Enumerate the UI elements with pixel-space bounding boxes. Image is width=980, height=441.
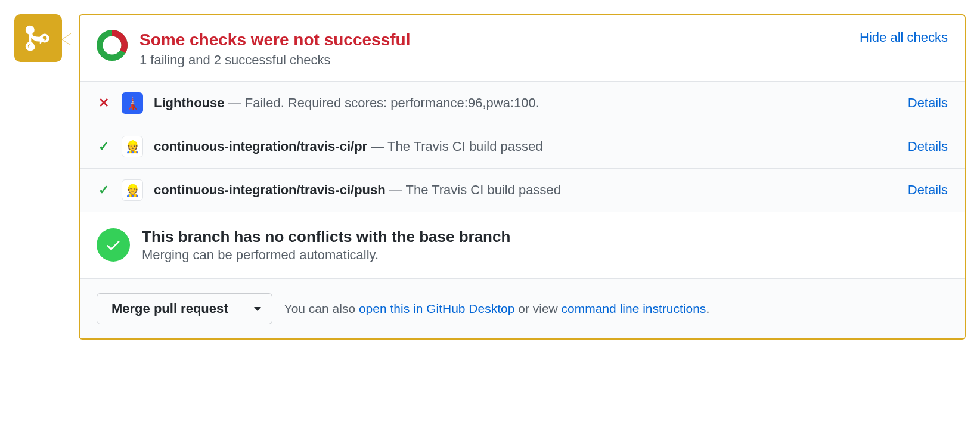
caret-down-icon xyxy=(254,307,261,311)
merge-footer: Merge pull request You can also open thi… xyxy=(80,278,965,338)
details-link[interactable]: Details xyxy=(908,139,948,154)
check-text: continuous-integration/travis-ci/push — … xyxy=(154,182,897,198)
svg-point-2 xyxy=(42,35,48,42)
conflict-text: This branch has no conflicts with the ba… xyxy=(142,228,510,263)
check-item: ✓👷continuous-integration/travis-ci/push … xyxy=(80,168,965,212)
conflict-section: This branch has no conflicts with the ba… xyxy=(80,212,965,278)
check-text: continuous-integration/travis-ci/pr — Th… xyxy=(154,139,897,154)
check-item: ✓👷continuous-integration/travis-ci/pr — … xyxy=(80,125,965,168)
check-icon: ✓ xyxy=(97,182,111,198)
merge-badge xyxy=(14,14,62,62)
details-link[interactable]: Details xyxy=(908,95,948,111)
conflict-title: This branch has no conflicts with the ba… xyxy=(142,228,510,246)
status-subtitle: 1 failing and 2 successful checks xyxy=(139,52,848,68)
merge-button-group: Merge pull request xyxy=(97,293,272,324)
merge-status-container: Some checks were not successful 1 failin… xyxy=(14,14,966,340)
merge-pull-request-button[interactable]: Merge pull request xyxy=(97,293,243,324)
conflict-subtitle: Merging can be performed automatically. xyxy=(142,247,510,263)
open-github-desktop-link[interactable]: open this in GitHub Desktop xyxy=(359,302,514,315)
merge-dropdown-button[interactable] xyxy=(243,293,272,324)
merge-help-text: You can also open this in GitHub Desktop… xyxy=(284,302,710,316)
x-icon: ✕ xyxy=(97,95,111,111)
check-icon: ✓ xyxy=(97,139,111,154)
check-item: ✕🗼Lighthouse — Failed. Required scores: … xyxy=(80,82,965,125)
check-name: continuous-integration/travis-ci/pr xyxy=(154,139,367,154)
status-donut-chart xyxy=(97,30,128,61)
check-message: The Travis CI build passed xyxy=(406,182,561,197)
lighthouse-avatar: 🗼 xyxy=(122,92,143,114)
details-link[interactable]: Details xyxy=(908,182,948,198)
status-panel: Some checks were not successful 1 failin… xyxy=(79,14,966,340)
checks-list: ✕🗼Lighthouse — Failed. Required scores: … xyxy=(80,81,965,212)
check-message: The Travis CI build passed xyxy=(387,139,542,154)
success-check-icon xyxy=(97,228,130,262)
panel-header: Some checks were not successful 1 failin… xyxy=(80,15,965,81)
command-line-instructions-link[interactable]: command line instructions xyxy=(562,302,706,315)
check-message: Failed. Required scores: performance:96,… xyxy=(245,95,539,110)
travis-avatar: 👷 xyxy=(122,136,143,157)
hide-all-checks-link[interactable]: Hide all checks xyxy=(860,30,948,45)
travis-avatar: 👷 xyxy=(122,179,143,201)
status-title: Some checks were not successful xyxy=(139,30,848,50)
check-name: Lighthouse xyxy=(154,95,225,110)
check-name: continuous-integration/travis-ci/push xyxy=(154,182,386,197)
git-merge-icon xyxy=(25,25,51,51)
header-text: Some checks were not successful 1 failin… xyxy=(139,30,848,68)
check-text: Lighthouse — Failed. Required scores: pe… xyxy=(154,95,897,111)
